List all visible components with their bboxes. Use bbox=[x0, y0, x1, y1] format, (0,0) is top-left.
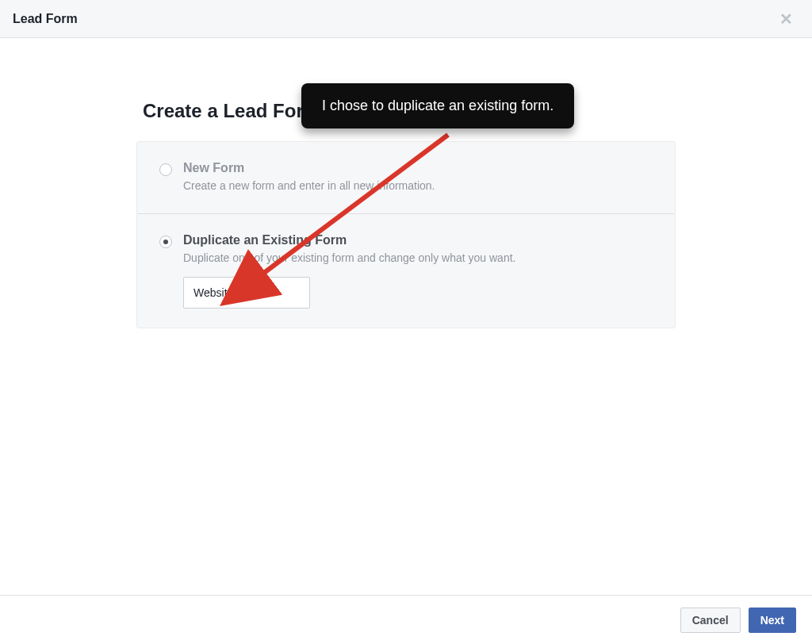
option-duplicate-title: Duplicate an Existing Form bbox=[183, 233, 653, 247]
option-duplicate-desc: Duplicate one of your existing form and … bbox=[183, 251, 653, 266]
radio-duplicate-form[interactable] bbox=[159, 236, 172, 248]
modal-header: Lead Form ✕ bbox=[0, 0, 812, 38]
next-button[interactable]: Next bbox=[749, 608, 796, 633]
modal-footer: Cancel Next bbox=[0, 595, 812, 644]
cancel-button[interactable]: Cancel bbox=[680, 608, 741, 633]
lead-form-section: Create a Lead Form New Form Create a new… bbox=[136, 38, 676, 328]
form-options: New Form Create a new form and enter in … bbox=[136, 141, 676, 328]
option-new-form[interactable]: New Form Create a new form and enter in … bbox=[137, 142, 675, 213]
existing-form-selected-value: Website quote bbox=[193, 286, 264, 299]
modal-body: Create a Lead Form New Form Create a new… bbox=[0, 38, 812, 585]
option-duplicate-form[interactable]: Duplicate an Existing Form Duplicate one… bbox=[137, 213, 675, 328]
option-new-form-desc: Create a new form and enter in all new i… bbox=[183, 178, 653, 194]
option-new-form-title: New Form bbox=[183, 161, 653, 175]
radio-new-form[interactable] bbox=[159, 163, 172, 176]
existing-form-select[interactable]: Website quote bbox=[183, 277, 310, 309]
close-icon[interactable]: ✕ bbox=[773, 6, 799, 32]
section-heading: Create a Lead Form bbox=[143, 100, 676, 122]
modal-title: Lead Form bbox=[13, 12, 78, 26]
option-new-form-body: New Form Create a new form and enter in … bbox=[183, 161, 653, 194]
option-duplicate-body: Duplicate an Existing Form Duplicate one… bbox=[183, 233, 653, 309]
